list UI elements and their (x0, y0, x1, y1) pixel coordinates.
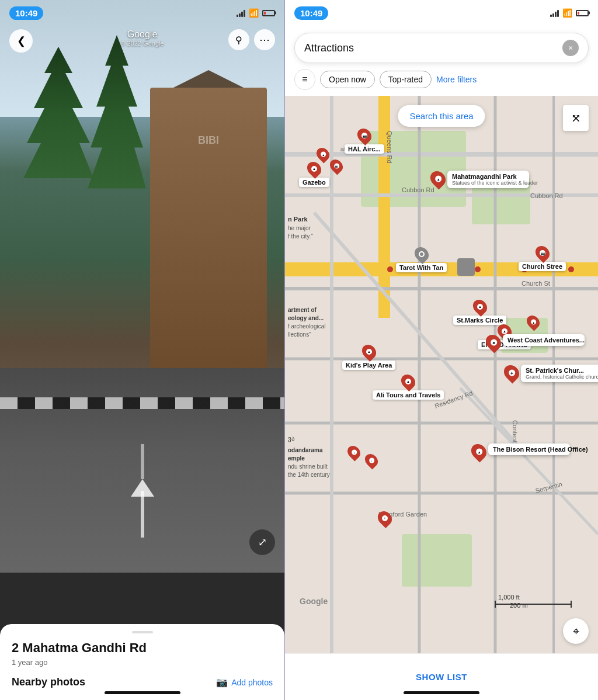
signal-bar-2 (239, 13, 241, 17)
marker-small-enspo[interactable]: ▲ (527, 315, 539, 329)
my-location-button[interactable]: ⌖ (563, 618, 589, 644)
timestamp: 1 year ago (12, 658, 273, 667)
marker-patrick[interactable]: ✚ St. Patrick's Chur... Grand, historica… (505, 365, 598, 382)
marker-label-kidsplay: Kid's Play Area (342, 361, 395, 370)
status-bar-right: 10:49 📶 (285, 0, 598, 26)
home-indicator-left (105, 691, 180, 694)
marker-church-st[interactable]: 📷 Church Stree (519, 245, 566, 271)
svg-point-19 (387, 266, 393, 272)
marker-label-tarot: Tarot With Tan (396, 263, 447, 272)
search-area-label: Search this area (409, 111, 473, 121)
status-icons-left: 📶 (237, 8, 275, 18)
search-bar-container: Attractions × (285, 26, 598, 69)
add-photos-button[interactable]: 📷 Add photos (216, 677, 273, 688)
svg-text:he major: he major (288, 225, 311, 231)
marker-label-church-st: Church Stree (519, 262, 566, 271)
drag-handle (132, 631, 153, 633)
svg-text:ვა: ვა (288, 435, 295, 442)
marker-gandhi-park[interactable]: ▲ Mahatmagandhi Park Statues of the icon… (431, 171, 529, 188)
street-view[interactable]: ❮ Google © 2022 Google ⚲ ⋯ ⤢ (0, 0, 284, 573)
filter-bar: ≡ Open now Top-rated More filters (285, 69, 598, 96)
svg-text:Cubbon Rd: Cubbon Rd (530, 192, 563, 199)
left-panel: 10:49 📶 (0, 0, 285, 700)
nearby-row: Nearby photos 📷 Add photos (12, 676, 273, 688)
home-indicator-right (404, 691, 479, 694)
layers-icon: ⤧ (571, 111, 581, 125)
svg-text:200 m: 200 m (510, 602, 528, 609)
more-filters-button[interactable]: More filters (436, 75, 477, 84)
marker-label-gazebo: Gazebo (299, 178, 329, 187)
back-icon: ❮ (17, 34, 26, 47)
marker-kidsplay[interactable]: ▲ Kid's Play Area (342, 344, 395, 370)
svg-text:ndu shrine built: ndu shrine built (288, 463, 328, 470)
marker-tarot[interactable]: Tarot With Tan (396, 247, 447, 272)
location-icon: ⌖ (573, 625, 579, 638)
battery-icon-left (262, 10, 275, 16)
compass-icon: ⚲ (235, 34, 242, 46)
expand-icon: ⤢ (258, 536, 267, 549)
marker-small-2[interactable]: 🏛 (331, 159, 342, 173)
compass-button[interactable]: ⚲ (228, 29, 249, 50)
more-filters-label: More filters (436, 75, 477, 84)
signal-bar-1 (237, 15, 238, 17)
marker-temple-2[interactable]: ♀ (366, 453, 377, 467)
marker-label-gandhi: Mahatmagandhi Park Statues of the iconic… (447, 171, 529, 188)
sliders-icon: ≡ (302, 74, 307, 85)
back-button[interactable]: ❮ (9, 29, 33, 53)
top-rated-label: Top-rated (388, 75, 423, 84)
signal-bar-r2 (552, 13, 554, 17)
expand-button[interactable]: ⤢ (249, 529, 275, 555)
svg-point-23 (568, 266, 574, 272)
signal-bar-3 (241, 12, 243, 17)
svg-text:f archeological: f archeological (288, 323, 325, 330)
signal-bar-r3 (555, 12, 557, 17)
open-now-chip[interactable]: Open now (320, 71, 375, 88)
marker-bison[interactable]: ▲ The Bison Resort (Head Office) (472, 443, 570, 460)
marker-westcoast[interactable]: ✖ West Coast Adventures... (486, 334, 585, 351)
marker-label-westcoast: West Coast Adventures... (503, 334, 585, 346)
layers-button[interactable]: ⤧ (563, 105, 589, 131)
marker-langford[interactable]: ♀ (378, 511, 391, 526)
road (0, 368, 284, 573)
clear-button[interactable]: × (562, 40, 579, 56)
marker-temple-1[interactable]: ♀ (348, 445, 360, 459)
road-line-2 (141, 444, 144, 479)
svg-text:n Park: n Park (288, 216, 308, 223)
marker-small-1[interactable]: ▲ (317, 147, 329, 161)
signal-bar-r4 (557, 10, 559, 17)
nearby-label: Nearby photos (12, 676, 85, 688)
svg-text:Church St: Church St (521, 280, 550, 287)
time-right: 10:49 (294, 6, 328, 20)
marker-label-hal: HAL Airc... (345, 144, 384, 154)
signal-bars-right (550, 9, 559, 17)
svg-text:1,000 ft: 1,000 ft (498, 594, 520, 601)
navigation-arrow[interactable] (125, 479, 160, 503)
search-area-button[interactable]: Search this area (398, 105, 485, 127)
signal-bars-left (237, 9, 245, 17)
map-container[interactable]: 1,000 ft 200 m Google antry Rd Queens Rd… (285, 96, 598, 653)
signal-bar-r1 (550, 15, 552, 17)
search-text[interactable]: Attractions (304, 42, 562, 54)
marker-gazebo[interactable]: ▲ Gazebo (299, 161, 329, 187)
more-icon: ⋯ (259, 33, 270, 46)
show-list-button[interactable]: SHOW LIST (416, 672, 467, 682)
info-card: 2 Mahatma Gandhi Rd 1 year ago Nearby ph… (0, 624, 284, 700)
marker-stmarks[interactable]: ▲ St.Marks Circle (453, 299, 506, 325)
marker-label-alitours: Ali Tours and Travels (373, 390, 444, 400)
building (150, 88, 267, 380)
svg-rect-24 (457, 258, 475, 276)
wifi-icon-right: 📶 (562, 8, 572, 18)
svg-point-21 (475, 266, 481, 272)
marker-ali-tours[interactable]: ▲ Ali Tours and Travels (373, 374, 444, 400)
right-panel: 10:49 📶 Attractions × (285, 0, 598, 700)
open-now-label: Open now (329, 75, 366, 84)
svg-text:eology and...: eology and... (288, 315, 324, 321)
camera-icon: 📷 (216, 677, 228, 688)
clear-icon: × (568, 43, 573, 53)
marker-hal[interactable]: 📷 HAL Airc... (345, 128, 384, 154)
svg-text:f the city.": f the city." (288, 233, 313, 240)
more-button[interactable]: ⋯ (254, 29, 275, 50)
filter-icon-button[interactable]: ≡ (294, 69, 315, 90)
top-rated-chip[interactable]: Top-rated (380, 71, 432, 88)
search-bar[interactable]: Attractions × (294, 33, 589, 63)
